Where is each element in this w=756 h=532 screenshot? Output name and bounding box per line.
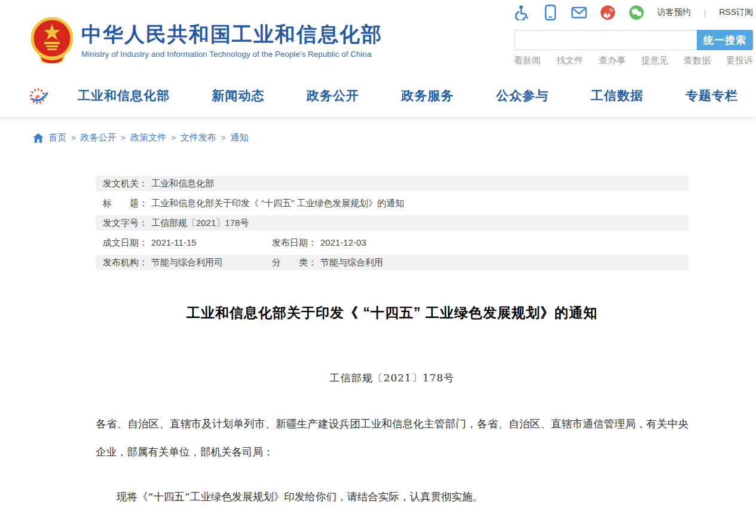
site-title-english: Ministry of Industry and Information Tec… bbox=[81, 50, 382, 59]
nav-items: 工业和信息化部 新闻动态 政务公开 政务服务 公众参与 工信数据 专题专栏 bbox=[78, 87, 738, 104]
category-label: 分 类： bbox=[272, 257, 317, 268]
nav-item-public-participation[interactable]: 公众参与 bbox=[496, 87, 549, 104]
quick-link-complaints[interactable]: 要投诉 bbox=[726, 55, 753, 66]
date-published-value: 2021-12-03 bbox=[320, 237, 366, 249]
issuing-org-label: 发文机关： bbox=[103, 178, 148, 189]
document-paragraph: 各省、自治区、直辖市及计划单列市、新疆生产建设兵团工业和信息化主管部门，各省、自… bbox=[96, 410, 688, 466]
quick-link-suggestions[interactable]: 提意见 bbox=[641, 55, 668, 66]
nav-item-gov-disclosure[interactable]: 政务公开 bbox=[307, 87, 359, 104]
visitor-appointment-link[interactable]: 访客预约 bbox=[657, 7, 691, 18]
breadcrumb-policy-files[interactable]: 政策文件 bbox=[130, 132, 166, 143]
mobile-icon[interactable] bbox=[543, 5, 558, 20]
site-title: 中华人民共和国工业和信息化部 bbox=[81, 22, 382, 46]
breadcrumb-home[interactable]: 首页 bbox=[48, 132, 66, 143]
document-body: 工信部规〔2021〕178号 各省、自治区、直辖市及计划单列市、新疆生产建设兵团… bbox=[96, 371, 688, 532]
quick-link-news[interactable]: 看新闻 bbox=[514, 55, 541, 66]
nav-item-special-topics[interactable]: 专题专栏 bbox=[685, 87, 738, 104]
document-page: 发文机关： 工业和信息化部 标 题： 工业和信息化部关于印发《 “十四五” 工业… bbox=[96, 176, 688, 532]
meta-row-issuing-org: 发文机关： 工业和信息化部 bbox=[96, 176, 688, 191]
brand-text: 中华人民共和国工业和信息化部 Ministry of Industry and … bbox=[81, 22, 382, 59]
site-header: 中华人民共和国工业和信息化部 Ministry of Industry and … bbox=[0, 0, 756, 75]
breadcrumb-separator: > bbox=[221, 133, 226, 142]
wechat-icon[interactable] bbox=[629, 5, 644, 20]
nav-item-miit-data[interactable]: 工信数据 bbox=[591, 87, 644, 104]
unified-search-button[interactable]: 统一搜索 bbox=[697, 30, 753, 50]
nav-item-ministry[interactable]: 工业和信息化部 bbox=[78, 87, 170, 104]
breadcrumb-notice[interactable]: 通知 bbox=[230, 132, 248, 143]
search-input[interactable] bbox=[515, 30, 697, 50]
home-icon[interactable] bbox=[33, 133, 44, 143]
breadcrumb-file-release[interactable]: 文件发布 bbox=[180, 132, 216, 143]
main-nav: e 工业和信息化部 新闻动态 政务公开 政务服务 公众参与 工信数据 专题专栏 bbox=[0, 75, 756, 117]
nav-item-news[interactable]: 新闻动态 bbox=[212, 87, 265, 104]
issuing-org-value: 工业和信息化部 bbox=[151, 178, 214, 189]
breadcrumb-separator: > bbox=[171, 133, 176, 142]
national-emblem-icon bbox=[31, 17, 73, 63]
weibo-icon[interactable] bbox=[600, 5, 616, 20]
document-number-line: 工信部规〔2021〕178号 bbox=[96, 371, 688, 385]
category-value: 节能与综合利用 bbox=[320, 257, 383, 268]
email-icon[interactable] bbox=[571, 5, 587, 20]
breadcrumb-gov-disclosure[interactable]: 政务公开 bbox=[81, 132, 117, 143]
doc-number-label: 发文字号： bbox=[103, 218, 148, 229]
quick-link-services[interactable]: 查办事 bbox=[599, 55, 626, 66]
utility-bar: 访客预约 | RSS订阅 bbox=[514, 4, 753, 22]
quick-links: 看新闻 找文件 查办事 提意见 查数据 要投诉 bbox=[514, 55, 753, 66]
date-written-value: 2021-11-15 bbox=[151, 237, 197, 249]
meta-row-title: 标 题： 工业和信息化部关于印发《 “十四五” 工业绿色发展规划》的通知 bbox=[96, 195, 688, 211]
nav-item-gov-services[interactable]: 政务服务 bbox=[402, 87, 454, 104]
document-paragraph: 现将《“十四五”工业绿色发展规划》印发给你们，请结合实际，认真贯彻实施。 bbox=[96, 483, 688, 511]
accessibility-icon[interactable] bbox=[514, 5, 529, 20]
publisher-label: 发布机构： bbox=[103, 257, 148, 268]
utility-divider: | bbox=[704, 8, 706, 17]
title-label: 标 题： bbox=[103, 198, 148, 209]
quick-link-files[interactable]: 找文件 bbox=[556, 55, 583, 66]
search-bar: 统一搜索 bbox=[515, 30, 753, 50]
quick-link-data[interactable]: 查数据 bbox=[684, 55, 711, 66]
meta-row-dates: 成文日期： 2021-11-15 发布日期： 2021-12-03 bbox=[96, 235, 688, 250]
date-written-label: 成文日期： bbox=[103, 237, 148, 249]
title-value: 工业和信息化部关于印发《 “十四五” 工业绿色发展规划》的通知 bbox=[151, 198, 404, 209]
document-meta-table: 发文机关： 工业和信息化部 标 题： 工业和信息化部关于印发《 “十四五” 工业… bbox=[96, 176, 688, 270]
doc-number-value: 工信部规〔2021〕178号 bbox=[151, 218, 249, 229]
breadcrumb-separator: > bbox=[121, 133, 126, 142]
document-title: 工业和信息化部关于印发《 “十四五” 工业绿色发展规划》的通知 bbox=[96, 304, 688, 322]
meta-row-publisher: 发布机构： 节能与综合利用司 分 类： 节能与综合利用 bbox=[96, 255, 688, 270]
site-brand: 中华人民共和国工业和信息化部 Ministry of Industry and … bbox=[31, 17, 382, 63]
rss-subscribe-link[interactable]: RSS订阅 bbox=[719, 7, 753, 18]
date-published-label: 发布日期： bbox=[272, 237, 317, 249]
publisher-value: 节能与综合利用司 bbox=[151, 257, 223, 268]
breadcrumb: 首页 > 政务公开 > 政策文件 > 文件发布 > 通知 bbox=[0, 117, 756, 149]
miit-e-logo-icon: e bbox=[29, 85, 50, 107]
meta-row-doc-number: 发文字号： 工信部规〔2021〕178号 bbox=[96, 215, 688, 231]
breadcrumb-separator: > bbox=[71, 133, 76, 142]
